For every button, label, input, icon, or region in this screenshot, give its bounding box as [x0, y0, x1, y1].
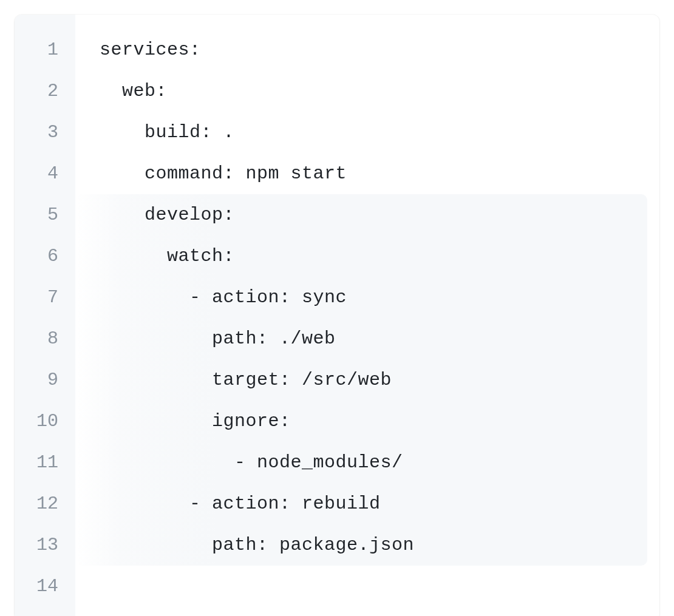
code-line: watch:: [100, 235, 647, 277]
line-number: 11: [15, 442, 75, 483]
code-line: ignore:: [100, 401, 647, 442]
line-number: 5: [15, 194, 75, 235]
line-number: 7: [15, 277, 75, 318]
code-line: web:: [100, 70, 647, 112]
code-line: command: npm start: [100, 153, 647, 194]
code-line: path: package.json: [100, 524, 647, 566]
code-block: 1 2 3 4 5 6 7 8 9 10 11 12 13 14 service…: [15, 15, 659, 616]
code-line: develop:: [100, 194, 647, 235]
line-number: 4: [15, 153, 75, 194]
code-line: services:: [100, 29, 647, 70]
code-line: - node_modules/: [100, 442, 647, 483]
line-number: 8: [15, 318, 75, 359]
code-line: - action: rebuild: [100, 483, 647, 524]
code-content: services: web: build: . command: npm sta…: [100, 29, 647, 607]
line-number: 3: [15, 112, 75, 153]
code-line: [100, 566, 647, 607]
line-number: 14: [15, 566, 75, 607]
line-number: 12: [15, 483, 75, 524]
line-number-gutter: 1 2 3 4 5 6 7 8 9 10 11 12 13 14: [15, 15, 75, 616]
code-area[interactable]: services: web: build: . command: npm sta…: [75, 15, 659, 616]
code-line: - action: sync: [100, 277, 647, 318]
code-line: target: /src/web: [100, 359, 647, 401]
line-number: 13: [15, 524, 75, 566]
line-number: 1: [15, 29, 75, 70]
line-number: 9: [15, 359, 75, 401]
line-number: 6: [15, 235, 75, 277]
line-number: 2: [15, 70, 75, 112]
code-line: build: .: [100, 112, 647, 153]
code-line: path: ./web: [100, 318, 647, 359]
line-number: 10: [15, 401, 75, 442]
